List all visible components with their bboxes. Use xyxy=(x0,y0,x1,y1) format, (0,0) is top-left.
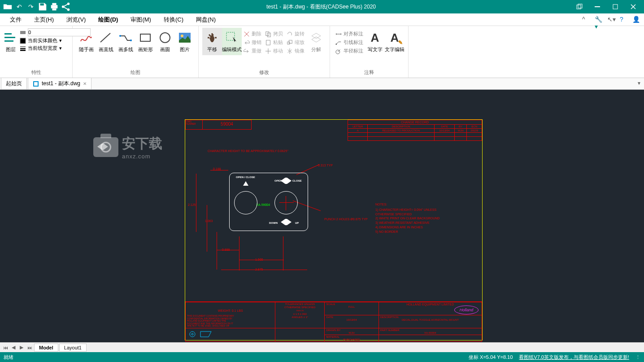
close-icon[interactable] xyxy=(624,0,642,13)
layer-label: 图层 xyxy=(6,46,16,53)
svg-point-21 xyxy=(130,39,132,41)
change-record-table: CHANGE RECORD LETTERDESCRIPTIONDATEBYECN… xyxy=(348,120,482,141)
group-label-modify: 修改 xyxy=(259,68,269,78)
dim-radius-button[interactable]: 半径标注 xyxy=(334,47,365,55)
color-icon xyxy=(20,38,26,44)
svg-rect-11 xyxy=(4,33,12,35)
svg-rect-26 xyxy=(226,32,235,40)
menu-draw[interactable]: 绘图(D) xyxy=(92,14,124,26)
text-button[interactable]: A写文字 xyxy=(365,28,385,55)
watermark: 安下载 anxz.com xyxy=(93,135,162,160)
drawing-canvas[interactable]: DWG NUMBER 59004 CHANGE RECORD LETTERDES… xyxy=(0,90,644,342)
menu-file[interactable]: 文件 xyxy=(4,14,28,26)
minimize-icon[interactable] xyxy=(588,0,606,13)
delete-button[interactable]: 删除 xyxy=(242,30,263,38)
svg-rect-29 xyxy=(266,40,270,45)
dwg-no-label: DWG NUMBER xyxy=(186,120,203,129)
layout-prev-icon[interactable]: ◀ xyxy=(10,345,17,350)
freehand-button[interactable]: 随手画 xyxy=(76,28,96,53)
open-icon[interactable] xyxy=(3,2,13,12)
redo-icon[interactable]: ↷ xyxy=(26,2,36,12)
group-label-draw: 绘图 xyxy=(131,68,140,78)
print-icon[interactable] xyxy=(49,2,59,12)
svg-rect-2 xyxy=(52,3,56,5)
line-button[interactable]: 画直线 xyxy=(96,28,116,53)
dim-leader-button[interactable]: 引线标注 xyxy=(334,38,365,47)
undo-button[interactable]: 撤销 xyxy=(242,38,263,47)
rect-button[interactable]: 画矩形 xyxy=(135,28,155,53)
rotate-button[interactable]: 旋转 xyxy=(285,30,306,38)
group-label-props: 特性 xyxy=(31,68,41,78)
menu-home[interactable]: 主页(H) xyxy=(28,14,60,26)
tab-model[interactable]: Model xyxy=(34,344,58,352)
group-label-annot: 注释 xyxy=(364,68,374,78)
help-icon[interactable]: ? xyxy=(620,16,628,24)
mirror-button[interactable]: 镜像 xyxy=(285,47,306,55)
menu-review[interactable]: 审图(M) xyxy=(124,14,157,26)
layout-first-icon[interactable]: ⏮ xyxy=(2,345,9,350)
decal-plate: OPEN / CLOSE OPEN CLOSE DOWN UP xyxy=(222,173,343,231)
tab-start[interactable]: 起始页 xyxy=(1,78,27,89)
pan-button[interactable]: 平移 xyxy=(202,28,222,55)
window-title: test1 - 副本.dwg - 看图纸(CADSee Plus) 2020 xyxy=(72,3,570,11)
menu-view[interactable]: 浏览(V) xyxy=(60,14,92,26)
linetype-dd[interactable]: 当前线型宽度 xyxy=(28,45,57,52)
holland-logo: Holland xyxy=(454,305,479,314)
status-link[interactable]: 看图纸V7.0英文版发布，与看图纸会员版同步更新! xyxy=(519,354,629,361)
polyline-button[interactable]: 画多线 xyxy=(116,28,135,53)
scale-button[interactable]: 缩放 xyxy=(285,38,306,47)
svg-point-37 xyxy=(191,333,193,335)
settings-icon[interactable]: 🔧▾ xyxy=(595,16,603,24)
ribbon: 图层 当前实体颜色 ▾ 当前线型宽度 ▾ 特性 随手画 画直线 画多线 画矩形 … xyxy=(0,26,644,78)
svg-rect-3 xyxy=(52,9,56,11)
image-button[interactable]: 图片 xyxy=(175,28,195,53)
tabs-dropdown-icon[interactable]: ▼ xyxy=(637,81,641,86)
status-more-icon[interactable]: ⋮ xyxy=(635,354,640,360)
move-button[interactable]: 移动 xyxy=(263,47,285,55)
share-icon[interactable] xyxy=(61,2,71,12)
dwg-no: 59004 xyxy=(203,120,251,129)
paste-button[interactable]: 粘贴 xyxy=(263,38,285,47)
tab-document[interactable]: test1 - 副本.dwg ✕ xyxy=(28,78,91,89)
menu-cloud[interactable]: 网盘(N) xyxy=(190,14,222,26)
redo-button[interactable]: 重做 xyxy=(242,47,263,55)
copy-button[interactable]: 拷贝 xyxy=(263,30,285,38)
tab-layout1[interactable]: Layout1 xyxy=(59,344,87,352)
svg-rect-22 xyxy=(140,34,150,41)
restore-down-icon[interactable] xyxy=(570,0,588,13)
status-bar: 就绪 坐标 X=5.04 Y=8.10 看图纸V7.0英文版发布，与看图纸会员版… xyxy=(0,352,644,362)
svg-rect-1 xyxy=(51,5,58,8)
user-icon[interactable]: 👤 xyxy=(632,16,640,24)
drawing-border: DWG NUMBER 59004 CHANGE RECORD LETTERDES… xyxy=(185,119,483,340)
svg-point-25 xyxy=(181,35,183,37)
textedit-button[interactable]: A✎文字编辑 xyxy=(385,28,405,55)
svg-rect-8 xyxy=(578,4,582,8)
explode-button[interactable]: 分解 xyxy=(306,28,326,55)
status-ready: 就绪 xyxy=(4,354,13,361)
collapse-ribbon-icon[interactable]: ^ xyxy=(582,16,590,24)
editmode-button[interactable]: 编辑模式 xyxy=(222,28,242,55)
svg-point-36 xyxy=(190,331,195,337)
undo-icon[interactable]: ↶ xyxy=(14,2,24,12)
svg-rect-0 xyxy=(40,4,44,6)
dim-align-button[interactable]: 对齐标注 xyxy=(334,30,365,38)
svg-rect-13 xyxy=(4,40,13,42)
title-block: WEIGHT: 0.1 LBS THIS DOCUMENT CONTAINS P… xyxy=(185,301,482,340)
status-coord: 坐标 X=5.04 Y=8.10 xyxy=(469,354,513,361)
svg-rect-15 xyxy=(20,38,26,44)
dwg-icon xyxy=(33,81,39,87)
entity-color-dd[interactable]: 当前实体颜色 xyxy=(28,37,57,44)
maximize-icon[interactable] xyxy=(606,0,624,13)
menu-convert[interactable]: 转换(C) xyxy=(157,14,190,26)
lineweight-icon xyxy=(20,45,26,52)
layout-last-icon[interactable]: ⏭ xyxy=(26,345,33,350)
cursor-icon[interactable]: ↖▾ xyxy=(607,16,615,24)
svg-rect-10 xyxy=(613,4,618,9)
title-bar: ↶ ↷ test1 - 副本.dwg - 看图纸(CADSee Plus) 20… xyxy=(0,0,644,13)
svg-rect-35 xyxy=(34,82,38,86)
save-icon[interactable] xyxy=(38,2,48,12)
layer-icon xyxy=(20,29,26,35)
layout-next-icon[interactable]: ▶ xyxy=(18,345,25,350)
circle-button[interactable]: 画圆 xyxy=(155,28,175,53)
tab-close-icon[interactable]: ✕ xyxy=(83,81,87,86)
